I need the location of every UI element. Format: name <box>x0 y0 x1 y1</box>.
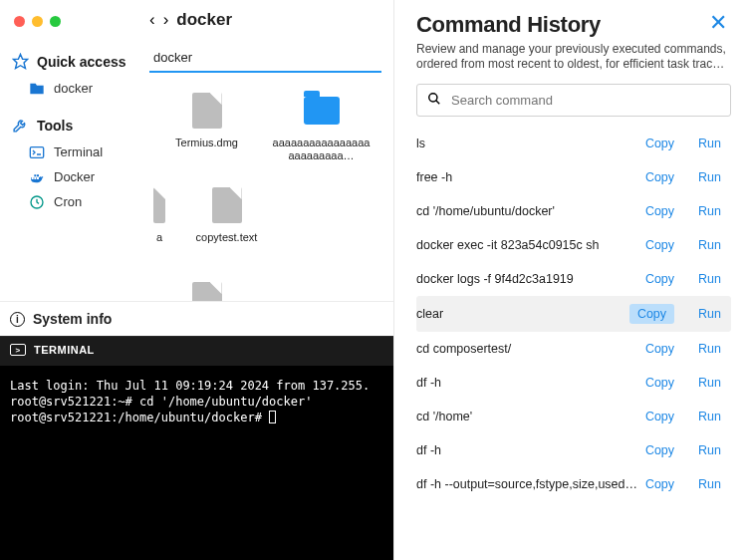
history-command: docker logs -f 9f4d2c3a1919 <box>416 272 639 286</box>
file-item[interactable]: aaaaaaaaaaaaaaaaaaaaaaaaa… <box>264 85 378 179</box>
run-button[interactable]: Run <box>692 168 727 186</box>
run-button[interactable]: Run <box>692 305 727 323</box>
file-search-input[interactable] <box>149 44 381 73</box>
copy-button[interactable]: Copy <box>639 236 680 254</box>
left-column: Quick access docker Tools Terminal <box>0 0 394 560</box>
tools-icon <box>12 117 29 134</box>
minimize-window-icon[interactable] <box>32 16 43 27</box>
docker-icon <box>28 170 46 184</box>
sidebar-item-label: docker <box>54 81 93 96</box>
terminal-body[interactable]: Last login: Thu Jul 11 09:19:24 2024 fro… <box>0 366 393 438</box>
file-item[interactable]: copytest.text <box>169 179 284 274</box>
copy-button[interactable]: Copy <box>639 374 680 392</box>
run-button[interactable]: Run <box>692 475 727 493</box>
run-button[interactable]: Run <box>692 202 727 220</box>
tools-header: Tools <box>10 111 133 140</box>
copy-button[interactable]: Copy <box>639 475 680 493</box>
file-item[interactable]: cut <box>149 274 264 301</box>
copy-button[interactable]: Copy <box>639 441 680 459</box>
panel-subtitle: Review and manage your previously execut… <box>416 38 731 84</box>
terminal-pane: TERMINAL Last login: Thu Jul 11 09:19:24… <box>0 336 393 560</box>
left-top: Quick access docker Tools Terminal <box>0 0 393 301</box>
search-icon <box>427 92 441 109</box>
maximize-window-icon[interactable] <box>50 16 61 27</box>
history-command: clear <box>416 307 629 321</box>
window-controls <box>10 6 133 47</box>
terminal-header: TERMINAL <box>0 336 393 366</box>
history-row: docker logs -f 9f4d2c3a1919CopyRun <box>416 262 731 296</box>
close-window-icon[interactable] <box>14 16 25 27</box>
file-browser: ‹ › docker Termius.dmgaaaaaaaaaaaaaaaaaa… <box>139 0 393 301</box>
run-button[interactable]: Run <box>692 236 727 254</box>
file-icon <box>189 280 225 301</box>
file-search[interactable] <box>149 44 381 73</box>
sidebar-item-label: Docker <box>54 169 95 184</box>
copy-button[interactable]: Copy <box>639 168 680 186</box>
svg-marker-0 <box>13 54 27 68</box>
history-command: df -h <box>416 376 639 390</box>
sidebar-item-docker[interactable]: Docker <box>10 164 133 189</box>
copy-button[interactable]: Copy <box>639 135 680 152</box>
file-label: a <box>156 231 162 244</box>
svg-point-3 <box>429 94 437 102</box>
history-row: cd '/home'CopyRun <box>416 400 731 433</box>
file-label: aaaaaaaaaaaaaaaaaaaaaaaaa… <box>272 137 372 161</box>
breadcrumb: ‹ › docker <box>149 8 393 44</box>
quick-access-label: Quick access <box>37 54 126 70</box>
history-row: clearCopyRun <box>416 296 731 332</box>
info-icon: i <box>10 312 25 327</box>
cron-icon <box>28 195 46 209</box>
history-row: cd '/home/ubuntu/docker'CopyRun <box>416 194 731 228</box>
copy-button[interactable]: Copy <box>639 408 680 425</box>
run-button[interactable]: Run <box>692 135 727 152</box>
svg-rect-1 <box>30 146 43 157</box>
run-button[interactable]: Run <box>692 441 727 459</box>
copy-button[interactable]: Copy <box>639 202 680 220</box>
sidebar-item-label: Cron <box>54 194 82 209</box>
history-list: lsCopyRunfree -hCopyRuncd '/home/ubuntu/… <box>416 127 731 560</box>
folder-icon <box>28 82 46 96</box>
history-command: cd '/home' <box>416 410 639 423</box>
copy-button[interactable]: Copy <box>639 270 680 288</box>
file-item[interactable]: Termius.dmg <box>149 85 264 179</box>
history-command: ls <box>416 137 639 150</box>
file-item-cutoff: a <box>149 179 169 274</box>
history-row: df -hCopyRun <box>416 433 731 467</box>
app-root: Quick access docker Tools Terminal <box>0 0 747 560</box>
copy-button[interactable]: Copy <box>629 304 674 324</box>
star-icon <box>12 53 29 70</box>
history-command: cd '/home/ubuntu/docker' <box>416 204 639 218</box>
copy-button[interactable]: Copy <box>639 340 680 358</box>
file-grid: Termius.dmgaaaaaaaaaaaaaaaaaaaaaaaaa…aco… <box>149 73 393 301</box>
history-row: lsCopyRun <box>416 127 731 160</box>
sidebar-item-docker-folder[interactable]: docker <box>10 76 133 101</box>
run-button[interactable]: Run <box>692 408 727 425</box>
system-info-header[interactable]: i System info <box>0 301 393 336</box>
run-button[interactable]: Run <box>692 340 727 358</box>
history-row: cd composertest/CopyRun <box>416 332 731 366</box>
panel-search-input[interactable] <box>451 93 720 108</box>
history-command: df -h --output=source,fstype,size,used,a… <box>416 477 639 491</box>
folder-icon <box>304 91 340 131</box>
quick-access-header: Quick access <box>10 47 133 76</box>
nav-forward-icon[interactable]: › <box>163 10 169 30</box>
command-history-panel: Command History ✕ Review and manage your… <box>394 0 747 560</box>
terminal-title: TERMINAL <box>34 344 95 356</box>
terminal-header-icon <box>10 344 26 356</box>
run-button[interactable]: Run <box>692 374 727 392</box>
terminal-icon <box>28 145 46 159</box>
history-row: free -hCopyRun <box>416 160 731 194</box>
sidebar-item-terminal[interactable]: Terminal <box>10 140 133 164</box>
history-command: cd composertest/ <box>416 342 639 356</box>
history-command: docker exec -it 823a54c0915c sh <box>416 238 639 252</box>
close-icon[interactable]: ✕ <box>705 12 731 34</box>
sidebar-item-cron[interactable]: Cron <box>10 189 133 214</box>
history-row: df -h --output=source,fstype,size,used,a… <box>416 467 731 501</box>
svg-line-4 <box>436 101 440 105</box>
panel-search[interactable] <box>416 84 731 117</box>
history-row: df -hCopyRun <box>416 366 731 400</box>
file-icon <box>209 185 245 225</box>
nav-back-icon[interactable]: ‹ <box>149 10 155 30</box>
tools-label: Tools <box>37 118 73 134</box>
run-button[interactable]: Run <box>692 270 727 288</box>
